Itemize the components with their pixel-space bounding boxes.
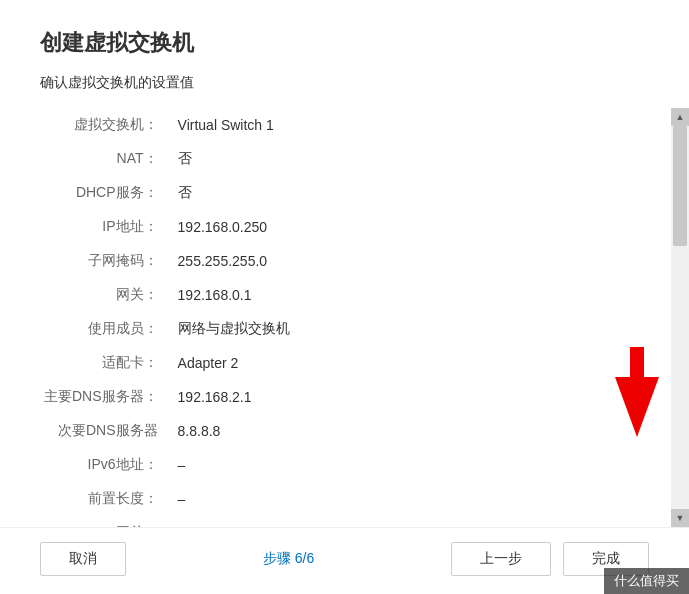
chevron-up-icon: ▲ <box>676 112 685 122</box>
table-row: 虚拟交换机：Virtual Switch 1 <box>40 108 669 142</box>
setting-value: 255.255.255.0 <box>174 244 669 278</box>
watermark: 什么值得买 <box>604 568 689 594</box>
dialog-footer: 取消 步骤 6/6 上一步 完成 <box>0 527 689 594</box>
cancel-button[interactable]: 取消 <box>40 542 126 576</box>
scroll-thumb[interactable] <box>673 126 687 246</box>
setting-value: Virtual Switch 1 <box>174 108 669 142</box>
table-row: IP地址：192.168.0.250 <box>40 210 669 244</box>
setting-label: DHCP服务： <box>40 176 174 210</box>
table-row: 网关：192.168.0.1 <box>40 278 669 312</box>
setting-value: – <box>174 516 669 527</box>
dialog-subtitle: 确认虚拟交换机的设置值 <box>0 74 689 108</box>
table-row: 次要DNS服务器8.8.8.8 <box>40 414 669 448</box>
setting-value: 192.168.2.1 <box>174 380 669 414</box>
setting-label: IP地址： <box>40 210 174 244</box>
arrow-down-icon <box>615 377 659 437</box>
setting-label: 使用成员： <box>40 312 174 346</box>
scrollbar[interactable]: ▲ ▼ <box>671 108 689 527</box>
table-row: IPv6地址：– <box>40 448 669 482</box>
setting-label: 虚拟交换机： <box>40 108 174 142</box>
table-row: DHCP服务：否 <box>40 176 669 210</box>
table-row: IPv6 网关：– <box>40 516 669 527</box>
table-row: 主要DNS服务器：192.168.2.1 <box>40 380 669 414</box>
setting-label: 网关： <box>40 278 174 312</box>
table-row: 使用成员：网络与虚拟交换机 <box>40 312 669 346</box>
setting-label: NAT： <box>40 142 174 176</box>
setting-label: 前置长度： <box>40 482 174 516</box>
setting-value: 否 <box>174 176 669 210</box>
setting-label: 次要DNS服务器 <box>40 414 174 448</box>
setting-value: 192.168.0.1 <box>174 278 669 312</box>
table-row: 子网掩码：255.255.255.0 <box>40 244 669 278</box>
setting-value: 192.168.0.250 <box>174 210 669 244</box>
scroll-up-button[interactable]: ▲ <box>671 108 689 126</box>
table-row: 适配卡：Adapter 2 <box>40 346 669 380</box>
table-row: 前置长度：– <box>40 482 669 516</box>
setting-label: IPv6 网关： <box>40 516 174 527</box>
setting-label: 子网掩码： <box>40 244 174 278</box>
table-row: NAT：否 <box>40 142 669 176</box>
content-area: 虚拟交换机：Virtual Switch 1NAT：否DHCP服务：否IP地址：… <box>0 108 689 527</box>
settings-table-wrapper: 虚拟交换机：Virtual Switch 1NAT：否DHCP服务：否IP地址：… <box>0 108 689 527</box>
setting-value: 否 <box>174 142 669 176</box>
step-indicator: 步骤 6/6 <box>263 550 314 568</box>
scroll-track[interactable] <box>671 126 689 509</box>
dialog-title: 创建虚拟交换机 <box>0 0 689 74</box>
setting-value: 8.8.8.8 <box>174 414 669 448</box>
setting-value: – <box>174 482 669 516</box>
setting-label: IPv6地址： <box>40 448 174 482</box>
setting-value: – <box>174 448 669 482</box>
create-virtual-switch-dialog: 创建虚拟交换机 确认虚拟交换机的设置值 虚拟交换机：Virtual Switch… <box>0 0 689 594</box>
setting-value: Adapter 2 <box>174 346 669 380</box>
chevron-down-icon: ▼ <box>676 513 685 523</box>
prev-button[interactable]: 上一步 <box>451 542 551 576</box>
arrow-shaft <box>630 347 644 377</box>
setting-label: 主要DNS服务器： <box>40 380 174 414</box>
setting-label: 适配卡： <box>40 346 174 380</box>
arrow-indicator <box>615 347 659 437</box>
scroll-down-button[interactable]: ▼ <box>671 509 689 527</box>
settings-table: 虚拟交换机：Virtual Switch 1NAT：否DHCP服务：否IP地址：… <box>40 108 669 527</box>
setting-value: 网络与虚拟交换机 <box>174 312 669 346</box>
